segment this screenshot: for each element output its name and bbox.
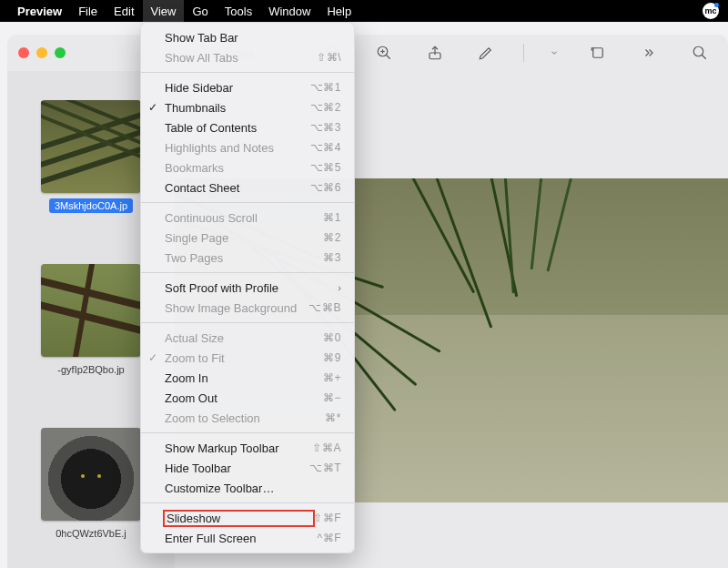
menu-item-bookmarks: Bookmarks⌥⌘5: [141, 157, 354, 178]
menu-shortcut: ⌘3: [323, 251, 341, 264]
thumbnail-image[interactable]: [41, 100, 141, 193]
menu-item-label: Zoom to Fit: [165, 351, 323, 365]
thumbnail-label[interactable]: 3MskhjdoC0A.jp: [49, 198, 133, 213]
menu-item-hide-sidebar[interactable]: Hide Sidebar⌥⌘1: [141, 77, 354, 97]
menu-window[interactable]: Window: [260, 0, 318, 22]
traffic-lights: [18, 47, 66, 58]
system-menubar: Preview File Edit View Go Tools Window H…: [0, 0, 728, 22]
menu-item-label: Show Markup Toolbar: [165, 441, 312, 455]
menu-item-label: Zoom In: [165, 371, 323, 385]
menu-item-zoom-in[interactable]: Zoom In⌘+: [141, 368, 354, 388]
menu-item-thumbnails[interactable]: ✓Thumbnails⌥⌘2: [141, 97, 354, 117]
menu-item-show-markup-toolbar[interactable]: Show Markup Toolbar⇧⌘A: [141, 438, 354, 458]
menu-help[interactable]: Help: [318, 0, 359, 22]
menu-item-label: Enter Full Screen: [165, 532, 318, 545]
menu-item-label: Hide Sidebar: [165, 81, 310, 95]
menu-item-single-page: Single Page⌘2: [141, 228, 354, 248]
menu-item-label: Soft Proof with Profile: [165, 281, 338, 295]
menu-item-label: Customize Toolbar…: [165, 482, 341, 495]
thumbnail-label[interactable]: 0hcQWzt6VbE.j: [50, 526, 132, 541]
window-body: 3MskhjdoC0A.jp -gyfIp2BQbo.jp 0hcQWzt6Vb…: [7, 71, 728, 568]
menu-shortcut: ⌘9: [323, 351, 341, 364]
toolbar-separator: [523, 44, 524, 62]
menu-go[interactable]: Go: [184, 0, 216, 22]
menu-item-customize-toolbar[interactable]: Customize Toolbar…: [141, 478, 354, 498]
menu-shortcut: ⌥⌘6: [310, 181, 341, 194]
thumbnail-image[interactable]: [41, 264, 141, 357]
menu-separator: [141, 72, 354, 73]
svg-rect-8: [593, 48, 603, 58]
menu-item-label: Single Page: [165, 231, 323, 245]
preview-window: 3MskhjdoC0A.jp -gyfIp2BQbo.jp 0hcQWzt6Vb…: [7, 35, 728, 568]
menu-separator: [141, 202, 354, 203]
menu-item-label: Show All Tabs: [165, 51, 317, 65]
menu-item-show-tab-bar[interactable]: Show Tab Bar: [141, 27, 354, 47]
menu-shortcut: ⇧⌘F: [313, 512, 341, 524]
menu-item-contact-sheet[interactable]: Contact Sheet⌥⌘6: [141, 178, 354, 198]
menubar-left: Preview File Edit View Go Tools Window H…: [9, 0, 359, 22]
menu-view[interactable]: View: [143, 0, 185, 22]
menu-item-label: Zoom to Selection: [165, 411, 325, 425]
menu-item-show-image-background: Show Image Background⌥⌘B: [141, 298, 354, 318]
menu-item-label: Highlights and Notes: [165, 141, 310, 155]
view-menu-dropdown: Show Tab BarShow All Tabs⇧⌘\Hide Sidebar…: [140, 22, 355, 553]
menu-shortcut: ⌥⌘4: [310, 141, 341, 154]
menu-item-label: Continuous Scroll: [165, 211, 323, 225]
menu-item-label: Slideshow: [165, 512, 313, 525]
menu-item-label: Zoom Out: [165, 391, 323, 405]
menu-item-zoom-to-fit: ✓Zoom to Fit⌘9: [141, 348, 354, 368]
menu-shortcut: ⇧⌘A: [312, 441, 341, 454]
menu-item-hide-toolbar[interactable]: Hide Toolbar⌥⌘T: [141, 458, 354, 478]
menu-shortcut: ⌥⌘B: [308, 301, 341, 314]
menu-item-label: Bookmarks: [165, 161, 310, 175]
menu-item-soft-proof-with-profile[interactable]: Soft Proof with Profile›: [141, 278, 354, 298]
rotate-icon[interactable]: [584, 39, 612, 66]
search-icon[interactable]: [686, 39, 713, 66]
menu-item-zoom-to-selection: Zoom to Selection⌘*: [141, 408, 354, 428]
menu-item-highlights-and-notes: Highlights and Notes⌥⌘4: [141, 137, 354, 157]
menu-item-label: Two Pages: [165, 251, 323, 265]
menu-shortcut: ⌥⌘T: [309, 462, 341, 474]
menu-item-continuous-scroll: Continuous Scroll⌘1: [141, 208, 354, 228]
fullscreen-button[interactable]: [55, 47, 66, 58]
minimize-button[interactable]: [36, 47, 47, 58]
menu-item-zoom-out[interactable]: Zoom Out⌘−: [141, 388, 354, 408]
menu-shortcut: ⌘1: [323, 211, 341, 224]
more-icon[interactable]: [635, 39, 662, 66]
menu-tools[interactable]: Tools: [217, 0, 260, 22]
menu-shortcut: ⌘+: [323, 371, 341, 384]
status-badge-text: mc: [704, 6, 716, 15]
menu-item-label: Show Tab Bar: [165, 31, 341, 45]
menu-separator: [141, 322, 354, 323]
menu-file[interactable]: File: [70, 0, 106, 22]
close-button[interactable]: [18, 47, 29, 58]
menu-separator: [141, 272, 354, 273]
menu-item-table-of-contents[interactable]: Table of Contents⌥⌘3: [141, 117, 354, 137]
menu-shortcut: ⌘2: [323, 231, 341, 244]
status-menu-icon[interactable]: mc: [703, 3, 719, 19]
menu-shortcut: ⌥⌘2: [310, 101, 341, 114]
menu-shortcut: ⌘0: [323, 331, 341, 344]
app-name[interactable]: Preview: [9, 5, 70, 18]
checkmark-icon: ✓: [148, 101, 157, 114]
menu-item-show-all-tabs: Show All Tabs⇧⌘\: [141, 47, 354, 67]
menu-edit[interactable]: Edit: [106, 0, 142, 22]
svg-point-9: [693, 46, 703, 56]
menu-shortcut: ⇧⌘\: [317, 51, 341, 64]
menu-item-enter-full-screen[interactable]: Enter Full Screen^⌘F: [141, 528, 354, 548]
chevron-down-icon[interactable]: [548, 39, 561, 66]
share-icon[interactable]: [421, 39, 449, 66]
svg-line-4: [386, 55, 390, 59]
menu-item-slideshow[interactable]: Slideshow⇧⌘F: [141, 508, 354, 528]
markup-icon[interactable]: [472, 39, 500, 66]
menu-item-actual-size: Actual Size⌘0: [141, 328, 354, 348]
thumbnail-label[interactable]: -gyfIp2BQbo.jp: [52, 362, 129, 377]
menu-shortcut: ⌥⌘1: [310, 81, 341, 94]
menu-item-label: Actual Size: [165, 331, 323, 345]
zoom-in-icon[interactable]: [370, 39, 398, 66]
submenu-chevron-icon: ›: [338, 282, 341, 293]
menu-item-two-pages: Two Pages⌘3: [141, 248, 354, 268]
notification-dot-icon: [714, 3, 719, 7]
menu-item-label: Table of Contents: [165, 121, 310, 135]
thumbnail-image[interactable]: [41, 428, 141, 521]
